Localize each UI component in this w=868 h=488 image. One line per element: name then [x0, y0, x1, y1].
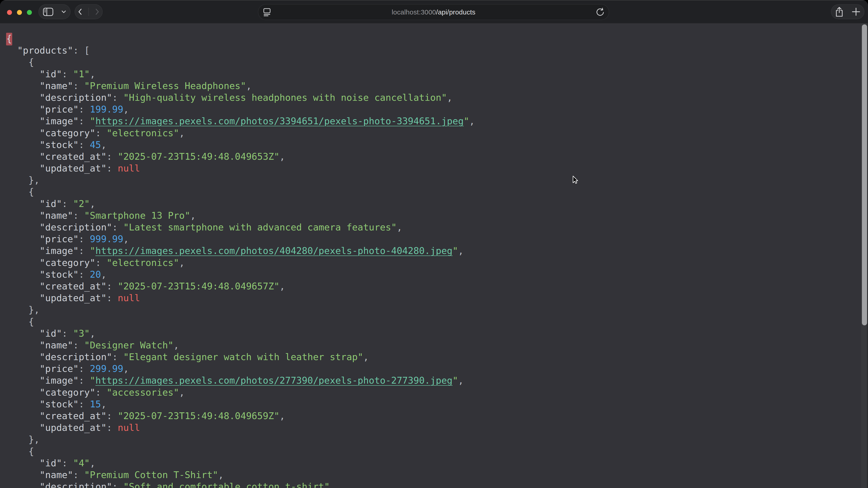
json-line: "id": "1", [6, 68, 868, 80]
json-punct: : [112, 222, 123, 233]
json-line: "stock": 20, [6, 269, 868, 281]
json-punct: }, [29, 304, 39, 315]
json-line: "updated_at": null [6, 162, 868, 174]
json-punct: , [101, 139, 107, 150]
json-number: 299.99 [90, 363, 123, 374]
page-settings-icon[interactable] [264, 8, 271, 16]
json-line: { [6, 33, 868, 44]
json-punct: , [190, 210, 196, 221]
json-punct: : [62, 198, 73, 209]
json-line: "updated_at": null [6, 292, 868, 304]
new-tab-button[interactable] [852, 7, 860, 16]
json-key: "id" [39, 458, 62, 468]
json-line: "description": "High-quality wireless he… [6, 92, 868, 103]
json-key: "updated_at" [39, 293, 106, 303]
json-null: null [118, 163, 140, 174]
json-line: "category": "accessories", [6, 387, 868, 398]
json-punct: , [90, 328, 95, 339]
vertical-scrollbar-thumb[interactable] [862, 24, 867, 325]
json-punct: , [174, 340, 179, 351]
json-string: "3" [73, 328, 90, 339]
json-punct: , [218, 469, 224, 480]
json-line: "category": "electronics", [6, 257, 868, 269]
json-key: "id" [39, 328, 62, 339]
json-line: "description": "Soft and comfortable cot… [6, 481, 868, 488]
json-null: null [118, 422, 140, 433]
json-line: "stock": 45, [6, 139, 868, 151]
json-key: "category" [39, 257, 95, 268]
json-line: "price": 199.99, [6, 103, 868, 115]
json-line: }, [6, 174, 868, 186]
json-punct: }, [29, 434, 39, 445]
share-button[interactable] [835, 6, 844, 17]
image-url-link[interactable]: https://images.pexels.com/photos/3394651… [95, 116, 464, 127]
json-punct: : [95, 128, 106, 138]
forward-button[interactable] [95, 8, 99, 15]
json-line: "description": "Elegant designer watch w… [6, 351, 868, 363]
json-punct: , [469, 116, 475, 127]
share-icon [835, 6, 844, 17]
json-punct: : [95, 387, 106, 398]
image-url-link[interactable]: https://images.pexels.com/photos/404280/… [95, 246, 453, 256]
json-punct: , [101, 269, 107, 280]
json-key: "name" [39, 340, 73, 351]
json-string: " [453, 246, 458, 256]
json-line: "description": "Latest smartphone with a… [6, 221, 868, 233]
json-key: "image" [39, 375, 79, 386]
find-highlight: { [6, 33, 12, 45]
json-punct: : [62, 69, 73, 79]
tab-group-chevron-button[interactable] [61, 10, 66, 13]
json-punct: : [112, 481, 123, 488]
chevron-down-icon [61, 10, 66, 13]
json-punct: , [90, 458, 95, 468]
close-button[interactable] [7, 10, 12, 15]
sidebar-toggle-button[interactable] [43, 8, 53, 16]
json-key: "description" [39, 352, 112, 362]
json-punct: : [73, 210, 84, 221]
json-punct: , [90, 198, 95, 209]
json-punct: : [106, 422, 118, 433]
json-key: "name" [39, 80, 73, 91]
json-punct: , [397, 222, 402, 233]
json-punct: : [112, 92, 123, 103]
reload-button[interactable] [595, 7, 604, 17]
json-key: "category" [39, 128, 95, 138]
json-punct: : [106, 281, 118, 292]
json-string: "electronics" [106, 257, 179, 268]
json-line: "stock": 15, [6, 398, 868, 410]
json-line: { [6, 446, 868, 457]
json-key: "price" [39, 363, 79, 374]
json-line: "image": "https://images.pexels.com/phot… [6, 375, 868, 386]
json-key: "price" [39, 234, 79, 245]
json-string: " [90, 116, 95, 127]
json-punct: , [246, 80, 252, 91]
json-key: "products" [17, 45, 73, 56]
back-button[interactable] [78, 8, 82, 15]
image-url-link[interactable]: https://images.pexels.com/photos/277390/… [95, 375, 453, 386]
json-string: "Premium Wireless Headphones" [84, 80, 246, 91]
json-string: "electronics" [106, 128, 179, 138]
json-line: "created_at": "2025-07-23T15:49:48.04965… [6, 151, 868, 162]
json-punct: : [ [73, 45, 90, 56]
json-key: "description" [39, 92, 112, 103]
json-line: { [6, 56, 868, 68]
json-punct: , [458, 375, 464, 386]
json-punct: : [106, 293, 118, 303]
json-punct: : [79, 399, 90, 410]
address-bar[interactable]: localhost:3000/api/products [258, 4, 609, 20]
json-key: "description" [39, 222, 112, 233]
plus-icon [852, 7, 860, 16]
minimize-button[interactable] [17, 10, 22, 15]
json-punct: : [79, 139, 90, 150]
url-path: /api/products [436, 8, 475, 16]
url-text: localhost:3000/api/products [392, 8, 475, 16]
zoom-button[interactable] [27, 10, 32, 15]
json-string: "2025-07-23T15:49:48.049653Z" [118, 151, 280, 162]
json-key: "updated_at" [39, 422, 106, 433]
json-punct: , [90, 69, 95, 79]
json-key: "created_at" [39, 281, 106, 292]
json-key: "id" [39, 69, 62, 79]
json-number: 45 [90, 139, 101, 150]
json-punct: }, [29, 175, 39, 186]
json-null: null [118, 293, 140, 303]
